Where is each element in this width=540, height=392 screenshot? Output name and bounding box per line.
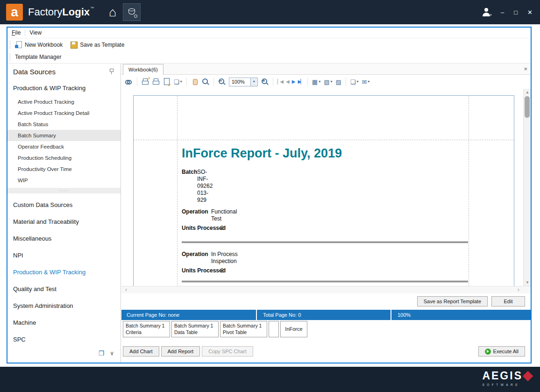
aegis-software-text: SOFTWARE (482, 383, 532, 386)
edit-button[interactable]: Edit (491, 296, 525, 306)
vertical-scrollbar[interactable]: ▲ ▼ (523, 89, 531, 286)
workbook-tab[interactable]: Workbook(6) (123, 64, 163, 75)
menu-file[interactable]: File (7, 29, 25, 36)
magnifier-icon (202, 78, 209, 86)
category-miscellaneous[interactable]: Miscellaneous (7, 230, 121, 247)
sidebar-item-operator-feedback[interactable]: Operator Feedback (7, 141, 121, 152)
category-machine[interactable]: Machine (7, 314, 121, 331)
sidebar-item-production-scheduling[interactable]: Production Scheduling (7, 152, 121, 164)
sidebar-item-active-product-tracking[interactable]: Active Product Tracking (7, 96, 121, 107)
menu-view[interactable]: View (25, 29, 46, 36)
horizontal-scrollbar[interactable]: ‹ › (121, 286, 531, 293)
trademark: ™ (90, 6, 94, 10)
data-explorer-button[interactable] (123, 3, 141, 21)
sheet-tab-line2: Data Table (174, 329, 216, 335)
vertical-scroll-thumb[interactable] (525, 96, 530, 118)
last-page-button[interactable]: ▶▏ (298, 79, 303, 84)
data-source-list: Active Product Tracking Active Product T… (7, 96, 121, 186)
magnifier-button[interactable] (202, 78, 209, 86)
section-divider (182, 242, 468, 243)
sidebar-item-productivity-over-time[interactable]: Productivity Over Time (7, 164, 121, 175)
print-options-button[interactable] (142, 78, 149, 86)
minimize-button[interactable]: – (501, 9, 504, 16)
new-workbook-button[interactable]: New Workbook (15, 41, 63, 49)
export-document-button[interactable]: ❏▾ (350, 79, 359, 85)
sidebar-item-wip[interactable]: WIP (7, 175, 121, 186)
statusbar-zoom: 100% (391, 310, 411, 320)
sidebar-item-active-product-tracking-detail[interactable]: Active Product Tracking Detail (7, 107, 121, 119)
chevron-down-icon[interactable]: ∨ (110, 350, 114, 356)
sheet-tab-line1: Batch Summary 1 (223, 322, 264, 329)
zoom-out-button[interactable] (218, 78, 226, 86)
toolbar-grip (10, 53, 12, 61)
export-options-icon: ❏ (174, 79, 179, 85)
category-list: Custom Data Sources Material and Traceab… (7, 196, 121, 348)
toolbar-separator (137, 78, 137, 86)
page-setup-icon (163, 78, 171, 86)
report-actions-row: Save as Report Template Edit (417, 296, 525, 307)
category-npi[interactable]: NPI (7, 247, 121, 264)
find-button[interactable] (125, 78, 133, 86)
sidebar-splitter[interactable]: ...... (7, 188, 121, 193)
execute-all-button[interactable]: Execute All (478, 346, 525, 356)
minus-sign (220, 80, 222, 81)
scroll-up-icon[interactable]: ▲ (524, 89, 531, 96)
print-button[interactable] (152, 78, 160, 86)
add-chart-button[interactable]: Add Chart (123, 346, 159, 356)
sidebar-item-batch-status[interactable]: Batch Status (7, 119, 121, 130)
category-spc[interactable]: SPC (7, 331, 121, 348)
zoom-in-button[interactable] (261, 78, 269, 86)
multipage-button[interactable]: ▦▾ (312, 79, 320, 85)
category-production-wip-tracking[interactable]: Production & WIP Tracking (7, 264, 121, 280)
export-options-button[interactable]: ❏▾ (174, 79, 182, 85)
panels-icon[interactable]: ❐ (99, 349, 105, 357)
sidebar-item-batch-summary[interactable]: Batch Summary (7, 130, 121, 141)
category-quality-and-test[interactable]: Quality and Test (7, 280, 121, 297)
sheet-tab-line2: Pivot Table (223, 329, 264, 335)
magnifier-badge-icon (134, 14, 137, 18)
next-page-button[interactable]: ▶ (292, 79, 295, 84)
sheet-tab-empty[interactable] (269, 321, 279, 337)
sheet-tab-data-table[interactable]: Batch Summary 1 Data Table (171, 321, 219, 337)
home-icon[interactable]: ⌂ (109, 6, 116, 19)
sheet-tab-line2: Criteria (126, 329, 167, 335)
page-color-button[interactable]: ▧▾ (324, 79, 332, 85)
workbook-close-icon[interactable]: × (524, 65, 527, 72)
page-setup-button[interactable] (163, 78, 171, 86)
close-button[interactable]: ✕ (527, 9, 533, 16)
data-sources-title: Data Sources (13, 68, 56, 76)
email-button[interactable]: ✉▾ (362, 79, 369, 85)
maximize-button[interactable]: □ (514, 9, 518, 16)
scroll-left-icon[interactable]: ‹ (122, 286, 130, 294)
save-as-report-template-button[interactable]: Save as Report Template (417, 296, 488, 306)
batch-value-line: SO- (197, 169, 213, 176)
sheet-tab-pivot-table[interactable]: Batch Summary 1 Pivot Table (220, 321, 267, 337)
scroll-down-icon[interactable]: ▼ (524, 279, 531, 286)
report-viewer: InForce Report - July, 2019 Batch SO- IN… (121, 89, 531, 286)
zoom-combobox[interactable]: 100% ▾ (229, 78, 258, 86)
add-report-button[interactable]: Add Report (161, 346, 200, 356)
sheet-tab-line1: Batch Summary 1 (126, 322, 167, 329)
save-as-template-button[interactable]: Save as Template (70, 41, 124, 49)
template-manager-button[interactable]: Template Manager (15, 54, 61, 60)
watermark-button[interactable]: ▨ (335, 79, 341, 85)
sheet-tab-criteria[interactable]: Batch Summary 1 Criteria (123, 321, 170, 337)
toolbar-separator (186, 78, 187, 86)
logout-x-badge (489, 13, 493, 17)
sheet-tab-inforce[interactable]: InForce (280, 321, 307, 337)
category-material-and-traceability[interactable]: Material and Traceability (7, 213, 121, 230)
hand-tool-button[interactable] (191, 78, 199, 86)
scroll-right-icon[interactable]: › (515, 286, 522, 294)
operation-value: Functional Test (211, 208, 237, 222)
statusbar: Current Page No: none Total Page No: 0 1… (121, 310, 531, 320)
operation-value-line: Functional (211, 208, 237, 215)
user-logout-icon[interactable] (482, 8, 491, 16)
sidebar-group-title[interactable]: Production & WIP Tracking (7, 81, 121, 95)
category-system-administration[interactable]: System Administration (7, 297, 121, 314)
execute-all-label: Execute All (493, 349, 519, 354)
category-custom-data-sources[interactable]: Custom Data Sources (7, 196, 121, 213)
pin-icon[interactable] (108, 69, 114, 75)
previous-page-button[interactable]: ◀ (286, 79, 289, 84)
zoom-dropdown-icon[interactable]: ▾ (250, 78, 257, 86)
first-page-button[interactable]: ▏◀ (277, 79, 283, 84)
